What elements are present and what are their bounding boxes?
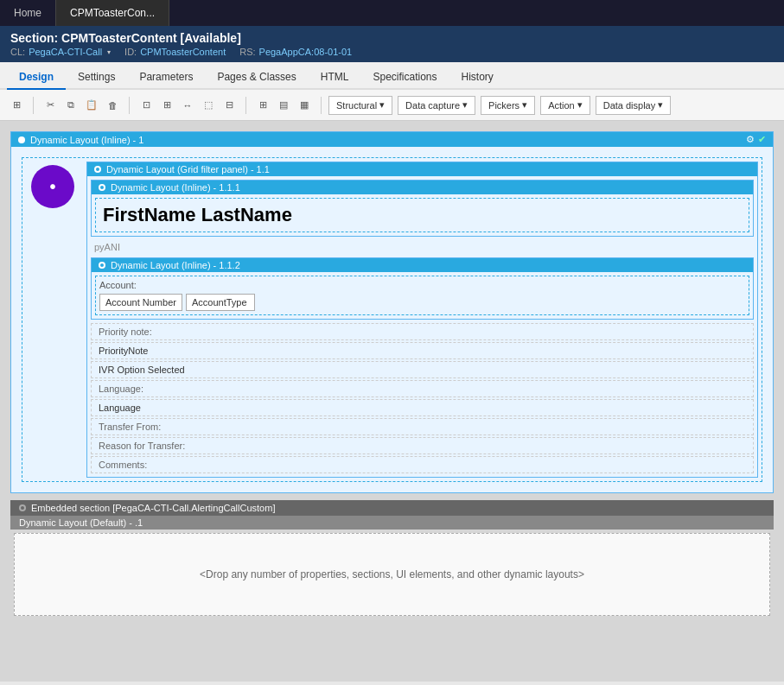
- priority-note-value-row: PriorityNote: [91, 342, 754, 359]
- account-number-field: Account Number: [99, 294, 182, 311]
- embedded-dot: [19, 504, 26, 511]
- layout-btn-1[interactable]: ⊡: [137, 96, 156, 115]
- paste-btn[interactable]: 📋: [82, 96, 101, 115]
- tab-home[interactable]: Home: [0, 0, 56, 26]
- tab-design[interactable]: Design: [7, 66, 66, 90]
- section-title: Section: CPMToasterContent [Available]: [10, 31, 774, 45]
- toolbar: ⊞ ✂ ⧉ 📋 🗑 ⊡ ⊞ ↔ ⬚ ⊟ ⊞ ▤ ▦ Structural ▾ D…: [0, 90, 784, 121]
- layout-btn-3[interactable]: ↔: [178, 96, 197, 115]
- meta-id: ID: CPMToasterContent: [124, 47, 226, 57]
- tab-html[interactable]: HTML: [309, 66, 361, 90]
- copy-btn[interactable]: ⧉: [61, 96, 80, 115]
- structural-dropdown[interactable]: Structural ▾: [328, 96, 392, 115]
- data-capture-dropdown[interactable]: Data capture ▾: [398, 96, 475, 115]
- canvas-area: Dynamic Layout (Inline) - 1 ⚙ ✔ •: [0, 121, 784, 682]
- cut-btn[interactable]: ✂: [41, 96, 60, 115]
- delete-btn[interactable]: 🗑: [103, 96, 122, 115]
- data-capture-dropdown-icon: ▾: [462, 99, 468, 111]
- tab-history[interactable]: History: [449, 66, 506, 90]
- toolbar-divider-3: [245, 97, 246, 114]
- inline-11-dot: [99, 184, 105, 191]
- select-tool-btn[interactable]: ⊞: [7, 96, 26, 115]
- grid-filter-dot: [94, 166, 101, 173]
- toolbar-divider-1: [33, 97, 34, 114]
- account-section: Account: Account Number AccountType: [95, 276, 749, 315]
- grid-filter-panel: Dynamic Layout (Grid filter panel) - 1.1…: [86, 162, 758, 478]
- outer-layout: Dynamic Layout (Inline) - 1 ⚙ ✔ •: [10, 131, 774, 493]
- title-bar: Home CPMToasterCon...: [0, 0, 784, 26]
- grid-btn-1[interactable]: ⊞: [253, 96, 272, 115]
- gear-icon[interactable]: ⚙: [746, 134, 755, 145]
- avatar-sidebar: •: [22, 158, 83, 481]
- action-dropdown[interactable]: Action ▾: [540, 96, 590, 115]
- meta-cl: CL: PegaCA-CTI-Call ▾: [10, 47, 111, 57]
- toolbar-divider-4: [321, 97, 322, 114]
- meta-rs: RS: PegaAppCA:08-01-01: [239, 47, 352, 57]
- inline-layout-12: Dynamic Layout (Inline) - 1.1.2 Account:…: [91, 257, 754, 320]
- grid-btn-2[interactable]: ▤: [274, 96, 293, 115]
- layout-btn-4[interactable]: ⬚: [199, 96, 218, 115]
- structural-dropdown-icon: ▾: [379, 99, 385, 111]
- language-value-row: Language: [91, 399, 754, 416]
- priority-note-row: Priority note:: [91, 323, 754, 340]
- section-meta: CL: PegaCA-CTI-Call ▾ ID: CPMToasterCont…: [10, 47, 774, 57]
- account-type-field: AccountType: [186, 294, 255, 311]
- inline-layout-12-header: Dynamic Layout (Inline) - 1.1.2: [92, 258, 753, 272]
- toolbar-group-4: ⊞ ▤ ▦: [253, 96, 314, 115]
- info-rows: Priority note: PriorityNote IVR Option S…: [91, 323, 754, 473]
- dynamic-default-layout: Dynamic Layout (Default) - .1: [10, 516, 774, 530]
- embedded-section: Embedded section [PegaCA-CTI-Call.Alerti…: [10, 500, 774, 516]
- pyani-label: pyANI: [87, 240, 757, 254]
- toolbar-group-3: ⊡ ⊞ ↔ ⬚ ⊟: [137, 96, 239, 115]
- tab-settings[interactable]: Settings: [66, 66, 127, 90]
- action-dropdown-icon: ▾: [577, 99, 583, 111]
- inline-layout-11: Dynamic Layout (Inline) - 1.1.1 FirstNam…: [91, 180, 754, 237]
- layout-btn-5[interactable]: ⊟: [220, 96, 239, 115]
- outer-layout-content: • Dynamic Layout (Grid filter panel) - 1…: [11, 147, 773, 492]
- cl-dropdown-icon[interactable]: ▾: [107, 48, 111, 56]
- account-fields: Account Number AccountType: [99, 294, 745, 311]
- main-layout: • Dynamic Layout (Grid filter panel) - 1…: [22, 157, 762, 482]
- right-content: Dynamic Layout (Grid filter panel) - 1.1…: [83, 158, 762, 481]
- tab-pages-classes[interactable]: Pages & Classes: [205, 66, 308, 90]
- grid-filter-header: Dynamic Layout (Grid filter panel) - 1.1: [87, 162, 757, 176]
- outer-layout-dot: [18, 136, 25, 143]
- pickers-dropdown-icon: ▾: [522, 99, 527, 111]
- tab-cpmtoaster[interactable]: CPMToasterCon...: [56, 0, 169, 26]
- drop-zone: <Drop any number of properties, sections…: [14, 533, 770, 616]
- outer-layout-header: Dynamic Layout (Inline) - 1 ⚙ ✔: [11, 132, 773, 147]
- name-display: FirstName LastName: [95, 198, 749, 232]
- grid-btn-3[interactable]: ▦: [295, 96, 314, 115]
- inline-layout-11-header: Dynamic Layout (Inline) - 1.1.1: [92, 181, 753, 194]
- transfer-from-row: Transfer From:: [91, 418, 754, 435]
- toolbar-divider-2: [129, 97, 130, 114]
- tab-specifications[interactable]: Specifications: [360, 66, 449, 90]
- layout-btn-2[interactable]: ⊞: [157, 96, 176, 115]
- check-icon[interactable]: ✔: [758, 134, 766, 145]
- inline-12-dot: [99, 262, 105, 269]
- comments-row: Comments:: [91, 456, 754, 473]
- toolbar-group-2: ✂ ⧉ 📋 🗑: [41, 96, 122, 115]
- ivr-option-row: IVR Option Selected: [91, 361, 754, 378]
- data-display-dropdown[interactable]: Data display ▾: [596, 96, 672, 115]
- reason-for-transfer-row: Reason for Transfer:: [91, 437, 754, 454]
- language-label-row: Language:: [91, 380, 754, 397]
- nav-tabs: Design Settings Parameters Pages & Class…: [0, 62, 784, 90]
- pickers-dropdown[interactable]: Pickers ▾: [481, 96, 535, 115]
- avatar: •: [31, 165, 74, 208]
- tab-parameters[interactable]: Parameters: [127, 66, 205, 90]
- section-header: Section: CPMToasterContent [Available] C…: [0, 26, 784, 62]
- data-display-dropdown-icon: ▾: [658, 99, 663, 111]
- toolbar-group-1: ⊞: [7, 96, 26, 115]
